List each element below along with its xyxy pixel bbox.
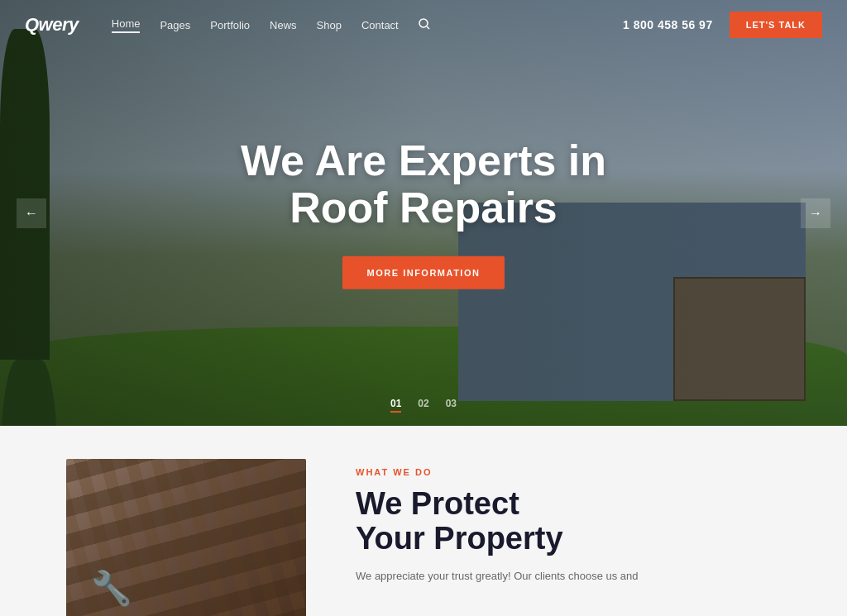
nav-contact[interactable]: Contact bbox=[361, 19, 399, 31]
hero-section: Qwery Home Pages Portfolio News Shop Con… bbox=[0, 0, 847, 426]
section-title-line1: We Protect bbox=[356, 486, 519, 521]
what-we-do-content: WHAT WE DO We Protect Your Property We a… bbox=[356, 459, 781, 585]
roofing-worker-image bbox=[66, 459, 306, 616]
section-description: We appreciate your trust greatly! Our cl… bbox=[356, 568, 781, 585]
search-icon[interactable] bbox=[419, 18, 430, 32]
svg-line-1 bbox=[427, 26, 429, 29]
hero-title-line2: Roof Repairs bbox=[290, 184, 557, 232]
hero-content: We Are Experts in Roof Repairs MORE INFO… bbox=[175, 136, 672, 289]
nav-shop[interactable]: Shop bbox=[317, 19, 342, 31]
arrow-left-icon: ← bbox=[25, 206, 38, 221]
slide-indicators: 01 02 03 bbox=[390, 398, 457, 409]
slide-dot-1[interactable]: 01 bbox=[390, 398, 401, 409]
nav-pages[interactable]: Pages bbox=[160, 19, 190, 31]
nav-portfolio[interactable]: Portfolio bbox=[210, 19, 250, 31]
header-right: 1 800 458 56 97 LET'S TALK bbox=[623, 12, 822, 38]
hero-title-line1: We Are Experts in bbox=[241, 136, 606, 184]
phone-number: 1 800 458 56 97 bbox=[623, 18, 713, 31]
nav-news[interactable]: News bbox=[270, 19, 297, 31]
hero-title: We Are Experts in Roof Repairs bbox=[175, 136, 672, 231]
section-label: WHAT WE DO bbox=[356, 467, 781, 477]
main-nav: Home Pages Portfolio News Shop Contact bbox=[112, 17, 623, 33]
arrow-right-icon: → bbox=[809, 206, 822, 221]
lets-talk-button[interactable]: LET'S TALK bbox=[730, 12, 822, 38]
site-header: Qwery Home Pages Portfolio News Shop Con… bbox=[0, 0, 847, 50]
site-logo[interactable]: Qwery bbox=[25, 14, 79, 36]
slide-prev-button[interactable]: ← bbox=[17, 198, 46, 228]
nav-home[interactable]: Home bbox=[112, 17, 141, 33]
hero-cta-button[interactable]: MORE INFORMATION bbox=[342, 256, 505, 289]
section-title-line2: Your Property bbox=[356, 521, 563, 556]
section-title: We Protect Your Property bbox=[356, 487, 781, 556]
slide-next-button[interactable]: → bbox=[801, 198, 830, 228]
below-fold-section: WHAT WE DO We Protect Your Property We a… bbox=[0, 426, 847, 616]
slide-dot-3[interactable]: 03 bbox=[446, 398, 457, 409]
slide-dot-2[interactable]: 02 bbox=[418, 398, 428, 409]
svg-point-0 bbox=[419, 19, 428, 27]
